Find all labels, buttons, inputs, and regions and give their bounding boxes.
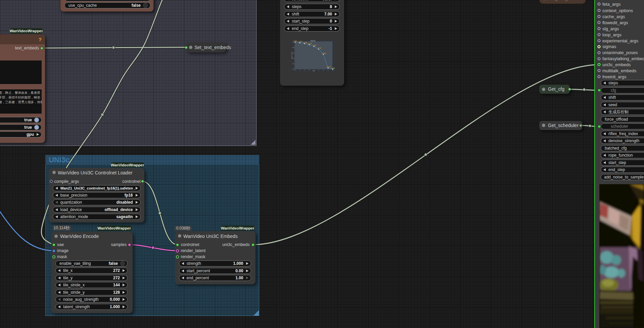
svg-text:0.904: 0.904 [308,43,312,45]
svg-text:8: 8 [332,70,333,71]
svg-text:1: 1 [300,70,300,71]
svg-text:5: 5 [318,70,319,71]
svg-text:0.550: 0.550 [322,53,326,54]
svg-text:0.8: 0.8 [292,47,294,48]
svg-text:3: 3 [309,70,310,71]
svg-text:7: 7 [328,70,328,71]
svg-text:0.000: 0.000 [331,68,335,69]
svg-text:0: 0 [295,70,295,71]
svg-text:Sigmas: Sigmas [310,40,316,42]
svg-text:0.2: 0.2 [292,63,294,65]
svg-text:6: 6 [323,70,324,71]
svg-text:4: 4 [314,70,314,71]
svg-text:0.6: 0.6 [292,52,294,54]
svg-text:2: 2 [304,70,305,71]
svg-text:0.946: 0.946 [303,42,307,44]
svg-text:0.4: 0.4 [292,58,294,59]
svg-text:0.742: 0.742 [317,47,321,49]
svg-text:0.047: 0.047 [327,66,331,68]
svg-text:0.977: 0.977 [298,41,303,43]
svg-text:1.000: 1.000 [293,40,297,42]
svg-text:0.0: 0.0 [292,69,294,70]
svg-text:0.842: 0.842 [313,45,317,46]
